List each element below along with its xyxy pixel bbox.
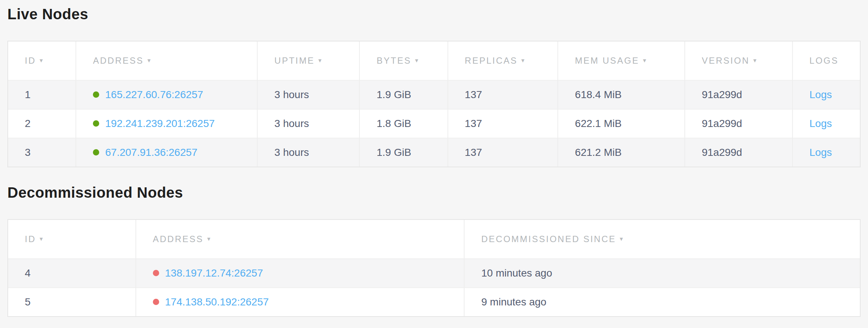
node-id-cell: 1 bbox=[8, 80, 76, 109]
column-header-replicas[interactable]: REPLICAS▾ bbox=[448, 41, 558, 80]
node-address-link[interactable]: 138.197.12.74:26257 bbox=[165, 267, 263, 279]
node-address-cell: 138.197.12.74:26257 bbox=[135, 258, 464, 287]
live-nodes-header-row: ID▾ ADDRESS▾ UPTIME▾ BYTES▾ REPLICAS▾ ME… bbox=[8, 41, 860, 80]
column-header-id[interactable]: ID▾ bbox=[8, 220, 135, 258]
node-address-link[interactable]: 67.207.91.36:26257 bbox=[105, 147, 197, 158]
table-row: 3 67.207.91.36:26257 3 hours 1.9 GiB 137… bbox=[8, 138, 860, 167]
node-address-link[interactable]: 165.227.60.76:26257 bbox=[105, 89, 203, 100]
sort-arrow-icon: ▾ bbox=[207, 235, 211, 242]
sort-arrow-icon: ▾ bbox=[415, 57, 418, 64]
decommissioned-nodes-table: ID▾ ADDRESS▾ DECOMMISSIONED SINCE▾ 4 138… bbox=[7, 219, 861, 317]
column-header-decommissioned-since[interactable]: DECOMMISSIONED SINCE▾ bbox=[464, 220, 860, 258]
decommissioned-nodes-title: Decommissioned Nodes bbox=[7, 183, 861, 202]
column-header-address[interactable]: ADDRESS▾ bbox=[135, 220, 464, 258]
replicas-cell: 137 bbox=[448, 138, 558, 167]
uptime-cell: 3 hours bbox=[257, 80, 359, 109]
node-address-cell: 165.227.60.76:26257 bbox=[76, 80, 257, 109]
replicas-cell: 137 bbox=[448, 109, 558, 138]
column-header-mem-usage[interactable]: MEM USAGE▾ bbox=[557, 41, 684, 80]
mem-usage-cell: 622.1 MiB bbox=[557, 109, 684, 138]
logs-cell: Logs bbox=[792, 109, 860, 138]
live-nodes-title: Live Nodes bbox=[7, 0, 861, 24]
mem-usage-cell: 621.2 MiB bbox=[557, 138, 684, 167]
table-row: 5 174.138.50.192:26257 9 minutes ago bbox=[8, 287, 860, 316]
table-row: 2 192.241.239.201:26257 3 hours 1.8 GiB … bbox=[8, 109, 860, 138]
node-id-cell: 4 bbox=[8, 258, 135, 287]
column-header-label: VERSION bbox=[702, 56, 750, 66]
live-status-dot-icon bbox=[93, 120, 99, 127]
column-header-address[interactable]: ADDRESS▾ bbox=[76, 41, 257, 80]
column-header-label: DECOMMISSIONED SINCE bbox=[481, 234, 616, 244]
logs-link[interactable]: Logs bbox=[810, 118, 832, 129]
node-address-cell: 174.138.50.192:26257 bbox=[135, 287, 464, 316]
sort-arrow-icon: ▾ bbox=[643, 57, 646, 64]
logs-cell: Logs bbox=[792, 80, 860, 109]
uptime-cell: 3 hours bbox=[257, 138, 359, 167]
mem-usage-cell: 618.4 MiB bbox=[557, 80, 684, 109]
live-status-dot-icon bbox=[93, 149, 99, 155]
bytes-cell: 1.9 GiB bbox=[359, 138, 447, 167]
column-header-logs: LOGS bbox=[792, 41, 860, 80]
column-header-label: ADDRESS bbox=[93, 56, 144, 66]
node-address-link[interactable]: 192.241.239.201:26257 bbox=[105, 118, 215, 129]
node-address-cell: 67.207.91.36:26257 bbox=[76, 138, 257, 167]
sort-arrow-icon: ▾ bbox=[318, 57, 322, 64]
node-id-cell: 5 bbox=[8, 287, 135, 316]
live-status-dot-icon bbox=[93, 91, 99, 98]
replicas-cell: 137 bbox=[448, 80, 558, 109]
node-address-link[interactable]: 174.138.50.192:26257 bbox=[165, 296, 269, 308]
column-header-bytes[interactable]: BYTES▾ bbox=[359, 41, 447, 80]
sort-arrow-icon: ▾ bbox=[40, 235, 43, 242]
sort-arrow-icon: ▾ bbox=[753, 57, 757, 64]
bytes-cell: 1.9 GiB bbox=[359, 80, 447, 109]
node-id-cell: 3 bbox=[8, 138, 76, 167]
node-id-cell: 2 bbox=[8, 109, 76, 138]
column-header-label: REPLICAS bbox=[465, 56, 518, 66]
logs-link[interactable]: Logs bbox=[810, 89, 832, 100]
sort-arrow-icon: ▾ bbox=[40, 57, 43, 64]
column-header-uptime[interactable]: UPTIME▾ bbox=[257, 41, 359, 80]
uptime-cell: 3 hours bbox=[257, 109, 359, 138]
live-nodes-table: ID▾ ADDRESS▾ UPTIME▾ BYTES▾ REPLICAS▾ ME… bbox=[7, 41, 861, 167]
column-header-label: BYTES bbox=[376, 56, 411, 66]
column-header-label: ID bbox=[25, 234, 36, 244]
decommissioned-nodes-header-row: ID▾ ADDRESS▾ DECOMMISSIONED SINCE▾ bbox=[8, 220, 860, 258]
column-header-label: ID bbox=[25, 56, 36, 66]
decommissioned-since-cell: 10 minutes ago bbox=[464, 258, 860, 287]
decommissioned-nodes-section: Decommissioned Nodes ID▾ ADDRESS▾ DECOMM… bbox=[7, 183, 861, 317]
column-header-version[interactable]: VERSION▾ bbox=[684, 41, 792, 80]
table-row: 4 138.197.12.74:26257 10 minutes ago bbox=[8, 258, 860, 287]
decommissioned-since-cell: 9 minutes ago bbox=[464, 287, 860, 316]
column-header-label: MEM USAGE bbox=[575, 56, 639, 66]
column-header-label: ADDRESS bbox=[153, 234, 204, 244]
bytes-cell: 1.8 GiB bbox=[359, 109, 447, 138]
column-header-label: LOGS bbox=[810, 56, 839, 66]
version-cell: 91a299d bbox=[684, 138, 792, 167]
version-cell: 91a299d bbox=[684, 109, 792, 138]
sort-arrow-icon: ▾ bbox=[521, 57, 525, 64]
live-nodes-section: Live Nodes ID▾ ADDRESS▾ UPTIME▾ BYTES▾ R… bbox=[7, 0, 861, 167]
sort-arrow-icon: ▾ bbox=[147, 57, 151, 64]
decommissioned-status-dot-icon bbox=[153, 270, 159, 276]
sort-arrow-icon: ▾ bbox=[620, 235, 623, 242]
logs-cell: Logs bbox=[792, 138, 860, 167]
version-cell: 91a299d bbox=[684, 80, 792, 109]
column-header-label: UPTIME bbox=[274, 56, 315, 66]
column-header-id[interactable]: ID▾ bbox=[8, 41, 76, 80]
logs-link[interactable]: Logs bbox=[810, 147, 832, 158]
table-row: 1 165.227.60.76:26257 3 hours 1.9 GiB 13… bbox=[8, 80, 860, 109]
decommissioned-status-dot-icon bbox=[153, 299, 159, 305]
node-address-cell: 192.241.239.201:26257 bbox=[76, 109, 257, 138]
